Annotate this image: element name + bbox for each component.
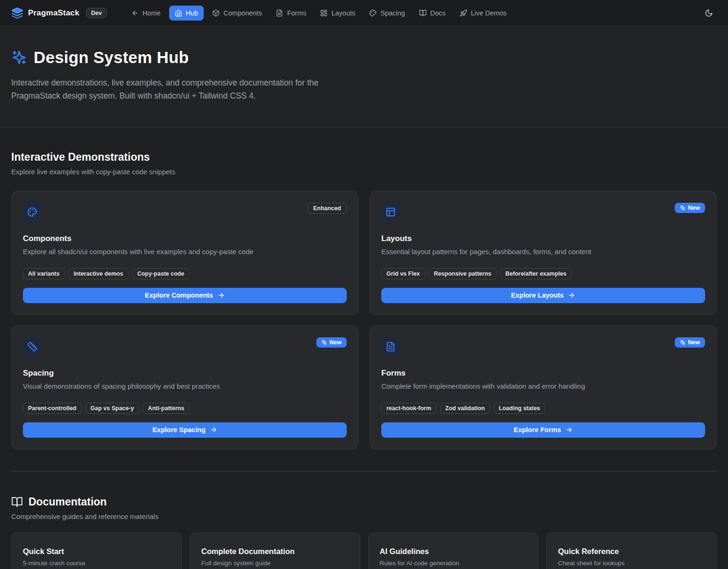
- demos-section-header: Interactive Demonstrations Explore live …: [11, 151, 717, 176]
- docs-heading: Documentation: [11, 496, 717, 508]
- book-open-icon: [419, 9, 427, 17]
- card-title: Spacing: [23, 369, 347, 378]
- button-label: Explore Layouts: [511, 292, 564, 299]
- rocket-icon: [460, 9, 467, 17]
- doc-card-title: Quick Start: [23, 547, 170, 556]
- brand[interactable]: PragmaStack Dev: [11, 7, 107, 19]
- card-description: Visual demonstrations of spacing philoso…: [23, 382, 347, 390]
- doc-card-quick-start[interactable]: Quick Start 5-minute crash course: [11, 533, 182, 569]
- panels-top-icon: [381, 203, 400, 221]
- tag-row: Grid vs Flex Responsive patterns Before/…: [381, 268, 705, 279]
- new-badge: New: [675, 203, 705, 213]
- docs-heading-label: Documentation: [29, 496, 107, 508]
- tag: react-hook-form: [381, 403, 436, 414]
- card-description: Essential layout patterns for pages, das…: [381, 248, 705, 256]
- main-content: Interactive Demonstrations Explore live …: [0, 151, 728, 569]
- nav-item-home[interactable]: Home: [126, 6, 166, 21]
- doc-card-description: Full design system guide: [201, 560, 349, 567]
- tag-row: react-hook-form Zod validation Loading s…: [381, 403, 705, 414]
- nav-label: Spacing: [380, 9, 405, 17]
- palette-icon: [23, 203, 42, 221]
- doc-card-title: Complete Documentation: [201, 547, 349, 556]
- demo-card-layouts: New Layouts Essential layout patterns fo…: [370, 191, 717, 315]
- badge-label: New: [329, 339, 342, 346]
- brand-name: PragmaStack: [28, 8, 79, 18]
- tag: Grid vs Flex: [381, 268, 425, 279]
- sparkles-icon: [11, 50, 27, 65]
- tag: Loading states: [494, 403, 545, 414]
- hero-section: Design System Hub Interactive demonstrat…: [0, 27, 728, 128]
- card-title: Components: [23, 234, 347, 243]
- file-text-icon: [276, 9, 283, 17]
- tag: Anti-patterns: [143, 403, 190, 414]
- explore-layouts-button[interactable]: Explore Layouts: [381, 288, 705, 303]
- file-text-icon: [381, 337, 400, 356]
- docs-section-header: Documentation Comprehensive guides and r…: [11, 496, 717, 520]
- theme-toggle-button[interactable]: [701, 5, 717, 21]
- top-navbar: PragmaStack Dev Home Hub Components Form…: [0, 0, 728, 27]
- arrow-left-icon: [131, 9, 139, 17]
- button-label: Explore Forms: [514, 426, 561, 434]
- moon-icon: [705, 9, 713, 17]
- nav-item-layouts[interactable]: Layouts: [314, 6, 361, 21]
- layout-grid-icon: [320, 9, 328, 17]
- explore-spacing-button[interactable]: Explore Spacing: [23, 422, 347, 438]
- nav-item-components[interactable]: Components: [207, 6, 267, 21]
- tag: All variants: [23, 268, 64, 279]
- explore-forms-button[interactable]: Explore Forms: [381, 422, 705, 438]
- section-divider: [11, 471, 717, 471]
- dev-badge: Dev: [86, 8, 107, 18]
- tag-row: All variants Interactive demos Copy-past…: [23, 268, 347, 279]
- nav-item-live-demos[interactable]: Live Demos: [454, 6, 513, 21]
- tag: Parent-controlled: [23, 403, 82, 414]
- explore-components-button[interactable]: Explore Components: [23, 288, 347, 303]
- doc-card-ai-guidelines[interactable]: AI Guidelines Rules for AI code generati…: [368, 533, 539, 569]
- tag: Zod validation: [440, 403, 490, 414]
- ruler-icon: [23, 337, 42, 356]
- box-icon: [212, 9, 220, 17]
- doc-card-quick-reference[interactable]: Quick Reference Cheat sheet for lookups: [546, 533, 717, 569]
- doc-card-complete-documentation[interactable]: Complete Documentation Full design syste…: [190, 533, 360, 569]
- badge-label: New: [688, 339, 700, 346]
- demos-heading: Interactive Demonstrations: [11, 151, 717, 164]
- page-description: Interactive demonstrations, live example…: [11, 76, 359, 103]
- nav-label: Docs: [430, 9, 446, 17]
- tag: Interactive demos: [68, 268, 128, 279]
- docs-subheading: Comprehensive guides and reference mater…: [11, 512, 717, 520]
- arrow-right-icon: [565, 426, 573, 434]
- demo-card-forms: New Forms Complete form implementations …: [370, 326, 717, 449]
- new-badge: New: [675, 337, 705, 348]
- doc-card-description: 5-minute crash course: [23, 560, 170, 567]
- nav-item-hub[interactable]: Hub: [169, 6, 204, 21]
- palette-icon: [369, 9, 377, 17]
- tag: Before/after examples: [500, 268, 572, 279]
- sparkles-icon: [680, 205, 685, 211]
- button-label: Explore Spacing: [152, 426, 206, 434]
- page: PragmaStack Dev Home Hub Components Form…: [0, 0, 728, 569]
- main-nav: Home Hub Components Forms Layouts Spacin…: [126, 6, 512, 21]
- new-badge: New: [316, 337, 347, 348]
- demo-card-components: Enhanced Components Explore all shadcn/u…: [11, 191, 358, 315]
- nav-label: Components: [223, 9, 262, 17]
- home-icon: [175, 9, 182, 17]
- nav-label: Home: [143, 9, 161, 17]
- nav-label: Layouts: [331, 9, 355, 17]
- demo-card-grid: Enhanced Components Explore all shadcn/u…: [11, 191, 717, 449]
- nav-item-docs[interactable]: Docs: [414, 6, 451, 21]
- demos-subheading: Explore live examples with copy-paste co…: [11, 168, 717, 176]
- card-description: Explore all shadcn/ui components with li…: [23, 248, 347, 256]
- nav-label: Hub: [186, 9, 199, 17]
- enhanced-badge: Enhanced: [307, 203, 347, 214]
- button-label: Explore Components: [145, 292, 213, 299]
- arrow-right-icon: [210, 426, 217, 434]
- nav-item-forms[interactable]: Forms: [270, 6, 312, 21]
- nav-label: Forms: [287, 9, 306, 17]
- tag-row: Parent-controlled Gap vs Space-y Anti-pa…: [23, 403, 347, 414]
- doc-card-description: Cheat sheet for lookups: [558, 560, 705, 567]
- page-title: Design System Hub: [34, 48, 189, 67]
- card-title: Layouts: [381, 234, 705, 243]
- tag: Responsive patterns: [429, 268, 497, 279]
- card-description: Complete form implementations with valid…: [381, 382, 705, 390]
- card-title: Forms: [381, 369, 705, 378]
- nav-item-spacing[interactable]: Spacing: [364, 6, 410, 21]
